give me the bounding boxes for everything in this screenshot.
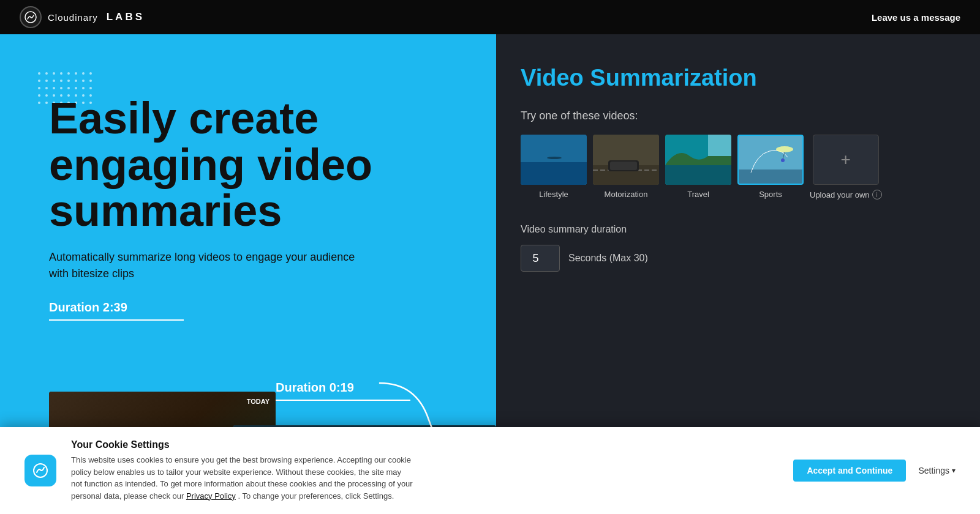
leave-message-link[interactable]: Leave us a message — [872, 12, 960, 23]
thumb-sports[interactable]: Sports — [737, 135, 804, 199]
duration-original-label: Duration 2:39 — [49, 300, 459, 315]
duration-original-line — [49, 319, 184, 321]
section-title: Video Summarization — [521, 65, 956, 91]
cookie-banner: Your Cookie Settings This website uses c… — [0, 427, 980, 514]
thumb-sports-img — [737, 135, 804, 185]
logo-area: Cloudinary LABS — [20, 6, 145, 28]
svg-rect-2 — [521, 162, 587, 185]
svg-rect-14 — [739, 169, 804, 185]
duration-section-label: Video summary duration — [521, 224, 956, 235]
video-watermark: TODAY — [247, 398, 270, 405]
thumb-moto-label: Motorization — [605, 190, 648, 199]
svg-rect-11 — [665, 165, 731, 185]
cookie-text-block: Your Cookie Settings This website uses c… — [71, 439, 778, 502]
thumb-sports-label: Sports — [759, 190, 782, 199]
svg-rect-12 — [708, 135, 731, 156]
svg-point-3 — [547, 157, 562, 159]
info-icon[interactable]: i — [872, 190, 882, 199]
cookie-title: Your Cookie Settings — [71, 439, 778, 450]
navbar: Cloudinary LABS Leave us a message — [0, 0, 980, 34]
thumb-upload[interactable]: + Upload your own i — [810, 135, 882, 199]
hero-headline: Easily create engaging video summaries — [49, 95, 459, 234]
cookie-settings-button[interactable]: Settings ▾ — [918, 466, 956, 475]
thumb-upload-box: + — [813, 135, 879, 185]
cookie-logo — [24, 455, 56, 486]
duration-input[interactable] — [521, 245, 560, 272]
seconds-label: Seconds (Max 30) — [568, 253, 648, 264]
thumb-travel-img — [665, 135, 731, 185]
chevron-down-icon: ▾ — [952, 466, 956, 475]
plus-icon: + — [841, 151, 851, 168]
cloudinary-wordmark: Cloudinary — [48, 12, 98, 23]
hero-text-block: Easily create engaging video summaries A… — [49, 95, 459, 321]
cloudinary-logo-icon — [20, 6, 42, 28]
thumb-upload-label: Upload your own i — [810, 190, 882, 199]
hero-subtext: Automatically summarize long videos to e… — [49, 249, 355, 282]
thumb-lifestyle-img — [521, 135, 587, 185]
thumb-moto[interactable]: Motorization — [593, 135, 659, 199]
svg-point-17 — [781, 158, 785, 162]
video-thumbnails-row: Lifestyle Motorization — [521, 135, 956, 199]
cookie-actions: Accept and Continue Settings ▾ — [793, 460, 956, 482]
thumb-travel[interactable]: Travel — [665, 135, 731, 199]
thumb-lifestyle[interactable]: Lifestyle — [521, 135, 587, 199]
privacy-policy-link[interactable]: Privacy Policy — [186, 491, 236, 501]
svg-rect-9 — [610, 162, 637, 170]
try-label: Try one of these videos: — [521, 110, 956, 122]
thumb-moto-img — [593, 135, 659, 185]
accept-continue-button[interactable]: Accept and Continue — [793, 460, 906, 482]
thumb-travel-label: Travel — [687, 190, 709, 199]
duration-input-row: Seconds (Max 30) — [521, 245, 956, 272]
thumb-lifestyle-label: Lifestyle — [539, 190, 568, 199]
cookie-body: This website uses cookies to ensure you … — [71, 454, 414, 502]
svg-point-15 — [776, 146, 793, 152]
labs-label: LABS — [107, 11, 145, 23]
